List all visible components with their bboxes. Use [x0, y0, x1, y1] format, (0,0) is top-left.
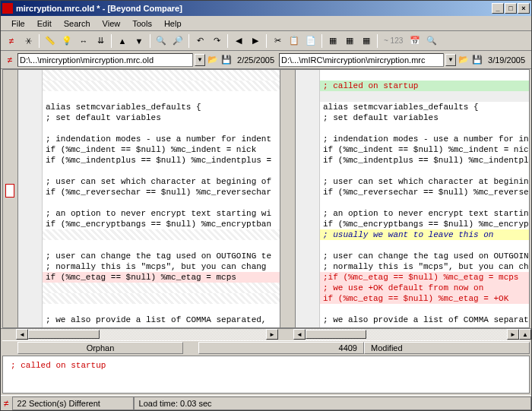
code-line[interactable]: ; we also provide a list of COMMA separa…	[320, 315, 529, 325]
code-line[interactable]: alias setmcvariables_defaults {	[43, 102, 280, 112]
code-line[interactable]: alias setmcvariables_defaults {	[320, 102, 529, 112]
thumbnail-viewport[interactable]	[5, 184, 14, 198]
code-line[interactable]	[43, 70, 280, 81]
code-line[interactable]: ; an option to never encrypt text starti…	[320, 208, 529, 219]
left-save-icon[interactable]: 💾	[220, 54, 233, 66]
prev-diff-icon[interactable]: ▲	[115, 33, 130, 49]
maximize-button[interactable]: □	[505, 3, 517, 14]
code-line[interactable]: ; we also provide a list of COMMA separa…	[43, 315, 280, 325]
code-line[interactable]	[43, 166, 280, 176]
left-pane[interactable]: alias setmcvariables_defaults { ; set de…	[18, 70, 280, 327]
merge-c-icon[interactable]: ▦	[359, 33, 374, 49]
bulb-icon[interactable]: 💡	[59, 33, 74, 49]
code-line[interactable]: if (%mc_reversechar == $null) %mc_revers…	[43, 187, 280, 198]
code-line[interactable]	[43, 229, 280, 240]
unequal-icon[interactable]: ≠	[4, 33, 19, 49]
code-line[interactable]	[320, 240, 529, 251]
code-line[interactable]: if (%mc_indent == $null) %mc_indent = ni…	[43, 144, 280, 155]
statusbar: ≠ 22 Section(s) Different Load time: 0.0…	[1, 395, 531, 410]
menu-search[interactable]: Search	[58, 17, 97, 30]
right-path-input[interactable]	[279, 53, 444, 67]
cut-icon[interactable]: ✂	[270, 33, 285, 49]
redo-icon[interactable]: ↷	[209, 33, 224, 49]
code-line[interactable]	[320, 123, 529, 134]
code-line[interactable]: if (%mc_indentplus == $null) %mc_indentp…	[43, 155, 280, 166]
left-path-dropdown[interactable]: ▼	[195, 54, 205, 66]
status-diff-icon: ≠	[1, 398, 12, 409]
thumbnail-column[interactable]	[3, 70, 18, 327]
code-line[interactable]: if (%mc_encryptbangs == $null) %mc_encry…	[320, 219, 529, 229]
arrow-horiz-icon[interactable]: ↔	[76, 33, 91, 49]
right-save-icon[interactable]: 💾	[471, 54, 483, 66]
scroll-right[interactable]: ►	[266, 329, 278, 340]
copy-left-icon[interactable]: ◀	[231, 33, 246, 49]
code-line[interactable]: ; user can change the tag used on OUTGOI…	[43, 251, 280, 261]
right-pane[interactable]: ; called on startupalias setmcvariables_…	[296, 70, 529, 327]
code-line[interactable]: ; user can set which character at begini…	[320, 176, 529, 187]
right-path-dropdown[interactable]: ▼	[445, 54, 456, 66]
bottom-pane[interactable]: ; called on startup	[2, 356, 530, 394]
merge-b-icon[interactable]: ▦	[342, 33, 357, 49]
menu-help[interactable]: Help	[158, 17, 188, 30]
code-line[interactable]: ; user can set which character at begini…	[43, 176, 280, 187]
left-path-input[interactable]	[17, 53, 193, 67]
menu-tools[interactable]: Tools	[126, 17, 158, 30]
undo-icon[interactable]: ↶	[192, 33, 207, 49]
magnify-icon[interactable]: 🔍	[424, 33, 439, 49]
code-line[interactable]: ; an option to never encrypt text starti…	[43, 208, 280, 219]
code-line[interactable]: ; set default variables	[43, 112, 280, 123]
merge-a-icon[interactable]: ▦	[325, 33, 340, 49]
code-line[interactable]: ; indendation modes - use a number for i…	[43, 134, 280, 144]
find-next-icon[interactable]: 🔎	[170, 33, 185, 49]
star-icon[interactable]: ⚹	[21, 33, 36, 49]
code-line[interactable]: ; indendation modes - use a number for i…	[320, 134, 529, 144]
menu-view[interactable]: View	[97, 17, 127, 30]
code-line[interactable]: if (%mc_indent == $null) %mc_indent = ni…	[320, 144, 529, 155]
code-line[interactable]: ; called on startup	[320, 81, 529, 91]
code-line[interactable]	[43, 81, 280, 91]
code-line[interactable]	[320, 166, 529, 176]
menu-file[interactable]: File	[5, 17, 31, 30]
code-line[interactable]: if (%mc_etag == $null) %mc_etag = +OK	[320, 293, 529, 304]
code-line[interactable]	[320, 198, 529, 208]
code-line[interactable]: ; normally this is "mcps", but you can c…	[320, 261, 529, 272]
code-line[interactable]: ; normally this is "mcps", but you can c…	[43, 261, 280, 272]
menu-edit[interactable]: Edit	[31, 17, 58, 30]
arrows-down-icon[interactable]: ⇊	[93, 33, 108, 49]
code-line[interactable]: ; we use +OK default from now on	[320, 283, 529, 293]
next-diff-icon[interactable]: ▼	[131, 33, 147, 49]
code-line[interactable]: ;if (%mc_etag == $null) %mc_etag = mcps	[320, 272, 529, 283]
code-line[interactable]: if (%mc_indentplus == $null) %mc_indentp…	[320, 155, 529, 166]
code-line[interactable]	[320, 304, 529, 315]
code-line[interactable]: if (%mc_reversechar == $null) %mc_revers…	[320, 187, 529, 198]
code-line[interactable]	[43, 240, 280, 251]
code-line[interactable]: if (%mc_etag == $null) %mc_etag = mcps	[43, 272, 280, 283]
code-line[interactable]: ; usually we want to leave this on	[320, 229, 529, 240]
code-line[interactable]	[43, 198, 280, 208]
close-button[interactable]: ×	[518, 3, 530, 14]
find-icon[interactable]: 🔍	[154, 33, 169, 49]
right-open-icon[interactable]: 📂	[458, 54, 470, 66]
copy-icon[interactable]: 📋	[287, 33, 302, 49]
scroll-up[interactable]: ▲	[519, 329, 531, 340]
code-line[interactable]	[43, 283, 280, 293]
left-open-icon[interactable]: 📂	[207, 54, 219, 66]
calendar-icon[interactable]: 📅	[407, 33, 423, 49]
code-line[interactable]: ; set default variables	[320, 112, 529, 123]
code-line[interactable]	[43, 123, 280, 134]
paste-icon[interactable]: 📄	[303, 33, 318, 49]
copy-right-icon[interactable]: ▶	[248, 33, 263, 49]
code-line[interactable]	[320, 70, 529, 81]
code-line[interactable]: ; user can change the tag used on OUTGOI…	[320, 251, 529, 261]
ruler-icon[interactable]: 📏	[43, 33, 58, 49]
pane-statusbar: Orphan 4409 Modified	[2, 340, 530, 354]
scroll-right2[interactable]: ►	[507, 329, 519, 340]
code-line[interactable]	[43, 293, 280, 304]
code-line[interactable]: if (%mc_encryptbangs == $null) %mc_encry…	[43, 219, 280, 229]
scroll-left[interactable]: ◄	[16, 329, 28, 340]
scroll-left2[interactable]: ◄	[293, 329, 306, 340]
code-line[interactable]	[43, 91, 280, 102]
code-line[interactable]	[320, 91, 529, 102]
code-line[interactable]	[43, 304, 280, 315]
minimize-button[interactable]: _	[492, 3, 504, 14]
